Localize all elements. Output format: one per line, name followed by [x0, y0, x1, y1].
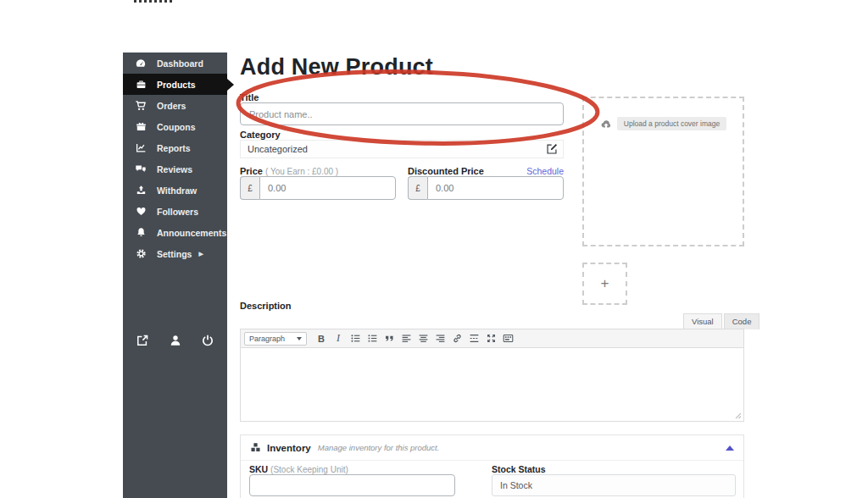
- description-textarea[interactable]: [241, 348, 743, 421]
- cloud-upload-icon: [600, 119, 612, 129]
- upload-cover-label: Upload a product cover image: [617, 117, 726, 130]
- link-icon[interactable]: [449, 332, 465, 346]
- currency-addon: £: [240, 176, 259, 200]
- schedule-link[interactable]: Schedule: [526, 166, 564, 176]
- currency-addon: £: [408, 176, 427, 200]
- price-input[interactable]: [259, 176, 396, 200]
- sidebar-item-label: Coupons: [157, 122, 196, 132]
- power-icon[interactable]: [201, 334, 214, 347]
- discounted-price-label-text: Discounted Price: [408, 166, 484, 176]
- sidebar-item-label: Products: [157, 80, 196, 90]
- comments-icon: [135, 163, 147, 175]
- sidebar-item-reports[interactable]: Reports: [123, 137, 227, 158]
- stock-status-value: In Stock: [500, 480, 532, 490]
- inventory-header[interactable]: Inventory Manage inventory for this prod…: [241, 435, 743, 461]
- discounted-price-label: Discounted Price Schedule: [408, 166, 564, 176]
- inventory-subtitle: Manage inventory for this product.: [318, 443, 440, 452]
- stock-status-label: Stock Status: [492, 464, 546, 474]
- fullscreen-icon[interactable]: [483, 332, 498, 346]
- paragraph-dropdown[interactable]: Paragraph: [244, 332, 307, 346]
- sidebar-item-label: Withdraw: [157, 185, 197, 196]
- sidebar-item-coupons[interactable]: Coupons: [123, 116, 227, 137]
- heart-icon: [135, 206, 147, 218]
- sku-label-text: SKU: [249, 464, 268, 474]
- tab-code[interactable]: Code: [724, 313, 760, 329]
- stock-status-select[interactable]: In Stock: [492, 474, 736, 496]
- italic-icon[interactable]: I: [331, 332, 346, 346]
- read-more-icon[interactable]: [466, 332, 481, 346]
- price-label-text: Price: [240, 166, 263, 176]
- sidebar-item-label: Orders: [157, 101, 186, 111]
- gift-icon: [135, 121, 147, 133]
- price-input-group: £: [240, 176, 396, 200]
- align-center-icon[interactable]: [415, 332, 431, 346]
- sidebar-item-label: Dashboard: [157, 58, 203, 69]
- align-right-icon[interactable]: [432, 332, 448, 346]
- sidebar-item-orders[interactable]: Orders: [123, 95, 227, 116]
- plus-icon: +: [601, 275, 609, 292]
- inventory-title: Inventory: [267, 443, 311, 453]
- sidebar-item-label: Reviews: [157, 164, 192, 174]
- sidebar-item-label: Reports: [157, 143, 191, 153]
- sidebar-item-label: Settings: [157, 249, 192, 259]
- external-link-icon[interactable]: [136, 334, 149, 347]
- resize-handle[interactable]: [733, 411, 742, 419]
- description-label: Description: [240, 301, 292, 311]
- product-title-input[interactable]: [240, 102, 564, 125]
- description-editor: Paragraph B I: [240, 329, 744, 422]
- ordered-list-icon[interactable]: [364, 332, 380, 346]
- discounted-price-input[interactable]: [427, 176, 564, 200]
- products-icon: [135, 79, 147, 91]
- upload-cover-button[interactable]: Upload a product cover image: [584, 117, 743, 130]
- sidebar-item-label: Followers: [157, 207, 198, 217]
- blockquote-icon[interactable]: [381, 332, 397, 346]
- sku-label: SKU (Stock Keeping Unit): [249, 464, 348, 474]
- bold-icon[interactable]: B: [314, 332, 329, 346]
- sku-input[interactable]: [249, 474, 455, 496]
- page-title: Add New Product: [240, 54, 433, 80]
- sidebar-item-dashboard[interactable]: Dashboard: [123, 53, 227, 74]
- title-label: Title: [240, 92, 259, 102]
- bullet-list-icon[interactable]: [348, 332, 363, 346]
- sidebar-item-products[interactable]: Products: [123, 74, 227, 95]
- sidebar-item-reviews[interactable]: Reviews: [123, 158, 227, 180]
- sidebar-item-withdraw[interactable]: Withdraw: [123, 180, 227, 201]
- chevron-down-icon: [297, 337, 302, 340]
- discounted-price-input-group: £: [408, 176, 564, 200]
- vendor-sidebar: Dashboard Products Orders Coupons Report…: [123, 53, 227, 498]
- sidebar-footer: [123, 334, 227, 347]
- category-value: Uncategorized: [248, 144, 308, 154]
- paragraph-dropdown-value: Paragraph: [249, 335, 285, 343]
- editor-toolbar: Paragraph B I: [241, 329, 743, 348]
- chevron-up-icon[interactable]: [726, 445, 734, 451]
- sku-hint: (Stock Keeping Unit): [270, 465, 348, 474]
- gear-icon: [135, 248, 147, 260]
- category-label: Category: [240, 130, 281, 140]
- bell-icon: [135, 227, 147, 239]
- sidebar-item-settings[interactable]: Settings ▶: [123, 243, 227, 264]
- editor-mode-tabs: Visual Code: [683, 313, 760, 329]
- user-icon[interactable]: [169, 334, 182, 347]
- tab-visual[interactable]: Visual: [683, 313, 722, 329]
- category-row[interactable]: Uncategorized: [240, 140, 564, 158]
- dashboard-icon: [135, 58, 147, 69]
- submenu-caret-icon: ▶: [198, 251, 203, 257]
- cart-icon: [135, 100, 147, 112]
- align-left-icon[interactable]: [398, 332, 414, 346]
- price-label: Price ( You Earn : £0.00 ): [240, 166, 338, 176]
- toolbar-toggle-icon[interactable]: [500, 332, 515, 346]
- sidebar-item-followers[interactable]: Followers: [123, 201, 227, 222]
- upload-icon: [135, 185, 147, 196]
- sidebar-item-label: Announcements: [157, 228, 226, 238]
- add-gallery-image-button[interactable]: +: [582, 263, 627, 305]
- cover-image-dropzone[interactable]: Upload a product cover image: [582, 97, 744, 246]
- price-earn-hint: ( You Earn : £0.00 ): [265, 167, 338, 176]
- chart-icon: [135, 142, 147, 154]
- sidebar-item-announcements[interactable]: Announcements: [123, 222, 227, 243]
- edit-icon[interactable]: [546, 143, 558, 155]
- cubes-icon: [250, 442, 261, 453]
- cropped-top-artifact: [134, 0, 173, 3]
